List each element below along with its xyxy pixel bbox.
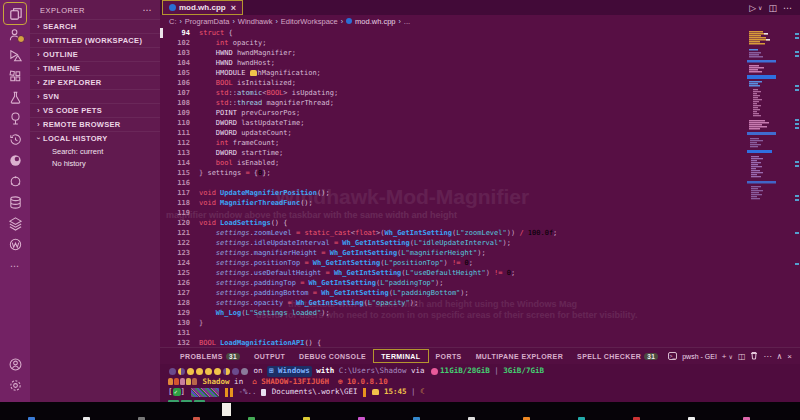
tab-label: mod.wh.cpp bbox=[179, 3, 226, 12]
sidebar-item-outline[interactable]: ›OUTLINE bbox=[30, 47, 160, 61]
panel-tab-ports[interactable]: PORTS bbox=[429, 348, 469, 364]
code-line: 109 POINT prevCursorPos; bbox=[160, 108, 740, 118]
code-line: 120void LoadSettings() { bbox=[160, 218, 740, 228]
breadcrumb-item-mod-wh-cpp[interactable]: mod.wh.cpp bbox=[355, 17, 395, 26]
settings-gear-icon[interactable] bbox=[4, 375, 26, 396]
overview-ruler bbox=[794, 27, 799, 347]
sidebar-item-zip-explorer[interactable]: ›ZIP EXPLORER bbox=[30, 75, 160, 89]
breadcrumb-item-c[interactable]: C: bbox=[169, 17, 177, 26]
editor-more-actions-icon[interactable]: ⋯ bbox=[783, 3, 792, 13]
wordpress-activity-icon[interactable] bbox=[4, 234, 26, 255]
browser-activity-icon[interactable] bbox=[4, 150, 26, 171]
panel-tab-debug-console[interactable]: DEBUG CONSOLE bbox=[292, 348, 373, 364]
moon-d-icon bbox=[214, 368, 221, 375]
chevron-right-icon: › bbox=[34, 120, 43, 129]
code-line: 130} bbox=[160, 318, 740, 328]
breadcrumb-item-editorworkspace[interactable]: EditorWorkspace bbox=[281, 17, 338, 26]
line-number: 94 bbox=[160, 28, 199, 38]
close-panel-button[interactable]: × bbox=[787, 352, 792, 361]
panel-actions: >_ pwsh - GEI + ∨ ◫ ⋯ ∧ × bbox=[668, 351, 800, 362]
line-number: 116 bbox=[160, 178, 199, 188]
explorer-activity-icon[interactable] bbox=[4, 3, 26, 24]
p5-icon bbox=[192, 378, 197, 385]
terminal-line: on ⊞ Windows with C:\Users\Shadow via 11… bbox=[168, 366, 800, 377]
code-editor[interactable]: 94struct {102 int opacity;103 HWND hwndM… bbox=[160, 27, 800, 347]
terminal-dropdown-icon[interactable]: ∨ bbox=[729, 353, 733, 360]
sidebar-item-remote-browser[interactable]: ›REMOTE BROWSER bbox=[30, 117, 160, 131]
powershell-icon: >_ bbox=[668, 352, 678, 360]
breadcrumb-item-windhawk[interactable]: Windhawk bbox=[238, 17, 273, 26]
line-number: 117 bbox=[160, 188, 199, 198]
cpp-file-icon bbox=[169, 4, 176, 11]
sidebar-item-svn[interactable]: ›SVN bbox=[30, 89, 160, 103]
sidebar-subitem-no-history[interactable]: No history bbox=[30, 157, 160, 169]
terminal[interactable]: on ⊞ Windows with C:\Users\Shadow via 11… bbox=[160, 364, 800, 402]
moon-a-icon bbox=[232, 368, 239, 375]
code-line: 132BOOL LoadMagnificationAPI() { bbox=[160, 338, 740, 347]
badge: 31 bbox=[226, 353, 240, 360]
panel-tab-terminal[interactable]: TERMINAL bbox=[373, 349, 428, 363]
sidebar-item-search[interactable]: ›SEARCH bbox=[30, 19, 160, 33]
code-line: 131 bbox=[160, 328, 740, 338]
new-terminal-button[interactable]: + bbox=[722, 352, 727, 361]
layers-activity-icon[interactable] bbox=[4, 213, 26, 234]
svn-sync-activity-icon[interactable] bbox=[4, 171, 26, 192]
line-number: 125 bbox=[160, 268, 199, 278]
database-activity-icon[interactable] bbox=[4, 192, 26, 213]
run-dropdown-icon[interactable]: ∨ bbox=[758, 4, 762, 11]
sidebar-item-timeline[interactable]: ›TIMELINE bbox=[30, 61, 160, 75]
line-number: 130 bbox=[160, 318, 199, 328]
code-line: 127 settings.paddingBottom = Wh_GetIntSe… bbox=[160, 288, 740, 298]
line-number: 119 bbox=[160, 208, 199, 218]
sidebar-more-icon[interactable]: ⋯ bbox=[143, 5, 153, 15]
panel-tab-spell-checker[interactable]: SPELL CHECKER31 bbox=[570, 348, 665, 364]
code-line: 119 bbox=[160, 208, 740, 218]
breadcrumb-item-programdata[interactable]: ProgramData bbox=[185, 17, 230, 26]
line-number: 102 bbox=[160, 38, 199, 48]
kill-terminal-button[interactable] bbox=[750, 351, 758, 362]
breadcrumb-separator: › bbox=[275, 18, 277, 25]
flask-activity-icon[interactable] bbox=[4, 87, 26, 108]
split-editor-button[interactable]: ◫ bbox=[768, 3, 777, 13]
line-number: 115 bbox=[160, 168, 199, 178]
sidebar-item-local-history[interactable]: ›LOCAL HISTORY bbox=[30, 131, 160, 145]
accounts-pending-icon[interactable] bbox=[4, 24, 26, 45]
extensions-activity-icon[interactable] bbox=[4, 66, 26, 87]
run-code-button[interactable]: ▷ bbox=[749, 3, 756, 13]
minimap[interactable] bbox=[747, 29, 777, 209]
sidebar-item-untitled-workspace[interactable]: ›UNTITLED (WORKSPACE) bbox=[30, 33, 160, 47]
page-icon bbox=[261, 389, 266, 396]
code-line: 94struct { bbox=[160, 28, 740, 38]
tab-close-icon[interactable]: × bbox=[231, 3, 236, 13]
chevron-right-icon: › bbox=[34, 64, 43, 73]
account-icon[interactable] bbox=[4, 354, 26, 375]
code-line: 128 settings.opacity = Wh_GetIntSetting(… bbox=[160, 298, 740, 308]
terminal-instance-label[interactable]: pwsh - GEI bbox=[682, 353, 717, 360]
panel-more-actions-icon[interactable]: ⋯ bbox=[763, 352, 771, 361]
sidebar-item-vs-code-pets[interactable]: ›VS CODE PETS bbox=[30, 103, 160, 117]
line-number: 129 bbox=[160, 308, 199, 318]
breadcrumb-item-[interactable]: ... bbox=[404, 17, 410, 26]
p1-icon bbox=[168, 378, 173, 385]
code-line: 123 settings.magnifierHeight = Wh_GetInt… bbox=[160, 248, 740, 258]
moon-e-icon bbox=[241, 368, 248, 375]
testing-activity-icon[interactable] bbox=[4, 45, 26, 66]
panel-tab-multipane-explorer[interactable]: MULTIPANE EXPLORER bbox=[469, 348, 570, 364]
code-line: 113 DWORD startTime; bbox=[160, 148, 740, 158]
pets-tree-activity-icon[interactable] bbox=[4, 108, 26, 129]
moon-d-icon bbox=[205, 368, 212, 375]
line-number: 107 bbox=[160, 88, 199, 98]
code-line: 125 settings.useDefaultHeight = Wh_GetIn… bbox=[160, 268, 740, 278]
code-line: 124 settings.positionTop = Wh_GetIntSett… bbox=[160, 258, 740, 268]
breadcrumb-separator: › bbox=[341, 18, 343, 25]
tab-mod-wh-cpp[interactable]: mod.wh.cpp × bbox=[162, 0, 243, 15]
panel-tab-output[interactable]: OUTPUT bbox=[247, 348, 292, 364]
split-terminal-button[interactable]: ◫ bbox=[738, 352, 746, 361]
local-history-activity-icon[interactable] bbox=[4, 129, 26, 150]
panel-tab-problems[interactable]: PROBLEMS31 bbox=[173, 348, 247, 364]
more-activity-icon[interactable]: ⋯ bbox=[4, 255, 26, 276]
sidebar-subitem-search-current[interactable]: Search: current bbox=[30, 145, 160, 157]
code-line: 116 bbox=[160, 178, 740, 188]
code-line: 121 settings.zoomLevel = static_cast<flo… bbox=[160, 228, 740, 238]
maximize-panel-button[interactable]: ∧ bbox=[776, 352, 782, 361]
